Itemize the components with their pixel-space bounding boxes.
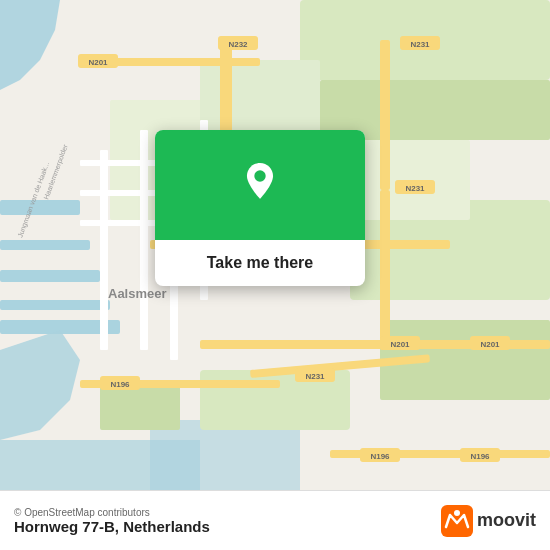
bottom-info: © OpenStreetMap contributors Hornweg 77-… bbox=[14, 507, 210, 535]
svg-text:N196: N196 bbox=[110, 380, 130, 389]
svg-text:N231: N231 bbox=[410, 40, 430, 49]
svg-rect-64 bbox=[441, 505, 473, 537]
bottom-bar: © OpenStreetMap contributors Hornweg 77-… bbox=[0, 490, 550, 550]
svg-text:N201: N201 bbox=[88, 58, 108, 67]
take-me-there-button[interactable]: Take me there bbox=[207, 254, 313, 272]
svg-text:N232: N232 bbox=[228, 40, 248, 49]
svg-text:N231: N231 bbox=[305, 372, 325, 381]
svg-rect-5 bbox=[0, 300, 110, 310]
svg-text:N201: N201 bbox=[390, 340, 410, 349]
popup-card: Take me there bbox=[155, 130, 365, 286]
location-pin-icon bbox=[238, 163, 282, 207]
moovit-logo: moovit bbox=[441, 505, 536, 537]
svg-rect-3 bbox=[0, 240, 90, 250]
svg-rect-17 bbox=[200, 60, 320, 140]
popup-green-header bbox=[155, 130, 365, 240]
svg-text:N231: N231 bbox=[405, 184, 425, 193]
svg-rect-21 bbox=[380, 40, 390, 190]
svg-rect-20 bbox=[220, 40, 232, 140]
svg-rect-28 bbox=[100, 150, 108, 350]
svg-text:Aalsmeer: Aalsmeer bbox=[108, 286, 167, 301]
map-container[interactable]: N201 N232 N231 N231 N201 N201 N201 N196 … bbox=[0, 0, 550, 490]
svg-rect-22 bbox=[380, 190, 390, 350]
moovit-label: moovit bbox=[477, 510, 536, 531]
svg-text:N196: N196 bbox=[470, 452, 490, 461]
svg-text:N196: N196 bbox=[370, 452, 390, 461]
moovit-icon bbox=[441, 505, 473, 537]
osm-credit: © OpenStreetMap contributors bbox=[14, 507, 210, 518]
svg-rect-9 bbox=[150, 420, 300, 490]
svg-rect-2 bbox=[0, 200, 80, 215]
svg-rect-4 bbox=[0, 270, 100, 282]
svg-point-65 bbox=[454, 510, 460, 516]
location-name: Hornweg 77-B, Netherlands bbox=[14, 518, 210, 535]
svg-text:N201: N201 bbox=[480, 340, 500, 349]
svg-point-63 bbox=[254, 170, 265, 181]
